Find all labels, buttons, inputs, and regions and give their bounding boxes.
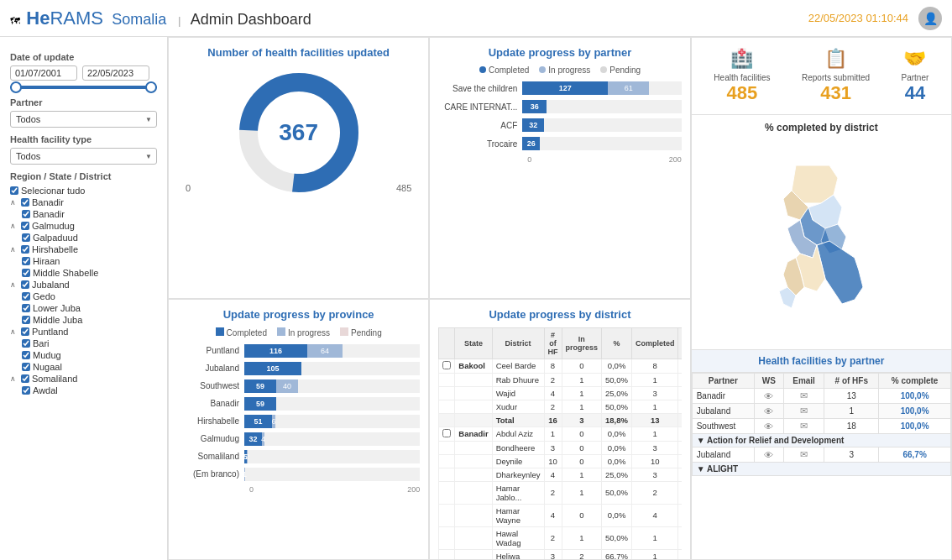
date-from-input[interactable]	[10, 65, 77, 81]
province-bar-row: Somaliland 5 2	[177, 450, 420, 463]
row-completed: 8	[631, 359, 678, 373]
pt-hfs: 18	[824, 419, 879, 434]
province-bar-row: Hirshabelle 51 6	[177, 415, 420, 428]
province-bar-label: Galmudug	[177, 434, 244, 443]
tree-item-middle-juba[interactable]: Middle Juba	[22, 314, 157, 326]
district-table-row: Deynile 10 0 0,0% 10 100,0%	[439, 454, 682, 468]
row-state	[455, 549, 492, 560]
tree-item-bari[interactable]: Bari	[22, 338, 157, 349]
main-content: Date of update Partner Todos Health faci…	[0, 37, 952, 560]
tree-item-galpaduud[interactable]: Galpaduud	[22, 232, 157, 243]
prov-inprogress: 40	[276, 379, 298, 393]
hf-updated-panel: Number of health facilities updated 367 …	[168, 37, 429, 299]
partner-bar-row: ACF 32	[438, 118, 681, 132]
row-checkbox-cell[interactable]	[439, 526, 455, 549]
row-checkbox-cell[interactable]	[439, 454, 455, 468]
pt-email[interactable]: ✉	[783, 404, 824, 419]
tree-item-lower-juba[interactable]: Lower Juba	[22, 302, 157, 314]
row-checkbox-cell[interactable]	[439, 441, 455, 454]
tree-item-somaliland[interactable]: ∧ Somaliland	[10, 373, 157, 385]
facility-type-dropdown-wrap[interactable]: Todos	[10, 148, 157, 165]
province-bar-row: Banadir 59	[177, 397, 420, 411]
row-pct1: 50,0%	[602, 481, 632, 504]
tree-item-awdal[interactable]: Awdal	[22, 385, 157, 396]
region-label: Region / State / District	[10, 171, 157, 181]
pt-email[interactable]: ✉	[783, 447, 824, 463]
logo-somalia: Somalia	[112, 11, 166, 28]
row-completed: 13	[631, 413, 678, 427]
date-to-input[interactable]	[82, 65, 149, 81]
tree-item-banadir-sub[interactable]: Banadir	[22, 208, 157, 220]
pt-email[interactable]: ✉	[783, 419, 824, 434]
row-district: Hamar Wayne	[492, 504, 544, 526]
health-facilities-icon: 🏥	[714, 48, 770, 70]
partner-axis: 0200	[438, 155, 681, 164]
partner-dropdown-wrap[interactable]: Todos	[10, 111, 157, 128]
row-checkbox-cell[interactable]	[439, 549, 455, 560]
province-legend: Completed In progress Pending	[177, 327, 420, 338]
facility-type-dropdown[interactable]: Todos	[10, 148, 157, 165]
row-checkbox-cell[interactable]	[439, 481, 455, 504]
row-hf: 2	[544, 373, 562, 386]
row-inprogress: 0	[562, 454, 602, 468]
row-checkbox-cell[interactable]	[439, 400, 455, 413]
row-hf: 3	[544, 441, 562, 454]
date-slider[interactable]	[10, 86, 157, 89]
row-checkbox-cell[interactable]	[439, 468, 455, 481]
bar-completed: 36	[522, 100, 547, 113]
col-completed: Completed	[631, 327, 678, 359]
row-checkbox-cell[interactable]	[439, 504, 455, 526]
row-completed: 4	[631, 504, 678, 526]
province-bar-label: Hirshabelle	[177, 416, 244, 426]
health-facilities-label: Health facilities	[714, 73, 770, 82]
partner-dropdown[interactable]: Todos	[10, 111, 157, 128]
province-bar-label: Banadir	[177, 399, 244, 408]
tree-item-galmudug[interactable]: ∧ Galmudug	[10, 220, 157, 232]
tree-item-jubaland[interactable]: ∧ Jubaland	[10, 279, 157, 290]
tree-item-hirshabelle[interactable]: ∧ Hirshabelle	[10, 243, 157, 255]
facility-type-label: Health facility type	[10, 134, 157, 144]
row-district: Rab Dhuure	[492, 373, 544, 386]
row-checkbox-cell[interactable]	[439, 413, 455, 427]
col-district: District	[492, 327, 544, 359]
partner-bars: Save the children 127 61 CARE INTERNAT..…	[438, 81, 681, 150]
pt-ws[interactable]: 👁	[754, 389, 783, 404]
tree-item-gedo[interactable]: Gedo	[22, 290, 157, 302]
row-pct2: 100,0%	[678, 481, 682, 504]
partner-table: Partner WS Email # of HFs % complete Ban…	[692, 373, 951, 476]
pt-ws[interactable]: 👁	[754, 419, 783, 434]
tree-item-banadir[interactable]: ∧ Banadir	[10, 196, 157, 208]
row-inprogress: 0	[562, 359, 602, 373]
province-bar-row: Puntland 116 64	[177, 344, 420, 358]
row-checkbox-cell[interactable]	[439, 373, 455, 386]
tree-item-nugaal[interactable]: Nugaal	[22, 361, 157, 373]
row-pct2: 75,0%	[678, 386, 682, 400]
user-icon[interactable]: 👤	[918, 7, 942, 30]
partner-group-label: ▼ Action for Relief and Development	[692, 434, 950, 447]
col-hf: # of HF	[544, 327, 562, 359]
prov-inprogress: 64	[307, 344, 343, 358]
pt-pct: 66,7%	[879, 447, 951, 463]
tree-item-puntland[interactable]: ∧ Puntland	[10, 326, 157, 338]
map-area	[692, 140, 951, 349]
pt-ws[interactable]: 👁	[754, 404, 783, 419]
row-completed: 1	[631, 427, 678, 441]
province-bar-label: Southwest	[177, 381, 244, 390]
pt-ws[interactable]: 👁	[754, 447, 783, 463]
bar-inprogress: 61	[608, 81, 649, 95]
row-state	[455, 441, 492, 454]
row-inprogress: 0	[562, 441, 602, 454]
tree-item-hiraan[interactable]: Hiraan	[22, 255, 157, 267]
tree-item-middle-shabelle[interactable]: Middle Shabelle	[22, 267, 157, 279]
row-checkbox-cell[interactable]	[439, 359, 455, 373]
tree-item-select-all[interactable]: Selecionar tudo	[10, 185, 157, 196]
row-pct2: 100,0%	[678, 454, 682, 468]
tree-item-mudug[interactable]: Mudug	[22, 349, 157, 361]
district-table-row: Hamar Wayne 4 0 0,0% 4 100,0%	[439, 504, 682, 526]
district-table-scroll[interactable]: State District # of HF In progress % Com…	[438, 327, 681, 561]
row-pct2: 33,3%	[678, 549, 682, 560]
pt-email[interactable]: ✉	[783, 389, 824, 404]
region-tree: Selecionar tudo ∧ Banadir Banadir ∧ Galm…	[10, 185, 157, 396]
row-checkbox-cell[interactable]	[439, 427, 455, 441]
row-checkbox-cell[interactable]	[439, 386, 455, 400]
